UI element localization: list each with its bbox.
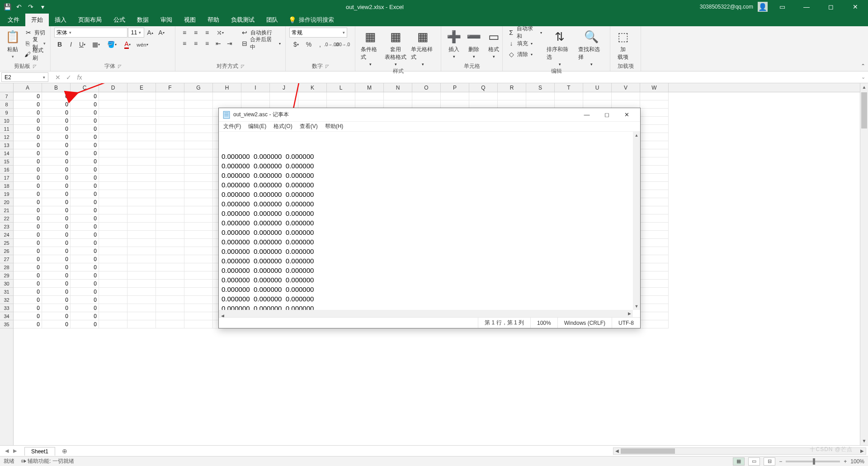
cell[interactable]: [640, 109, 669, 117]
cell[interactable]: 0: [71, 263, 99, 271]
align-right-button[interactable]: ≡: [202, 38, 212, 48]
cell[interactable]: 0: [71, 231, 99, 239]
cell[interactable]: [640, 149, 669, 157]
notepad-menu-help[interactable]: 帮助(H): [322, 122, 346, 131]
cell[interactable]: 0: [14, 320, 42, 328]
cell[interactable]: 0: [14, 198, 42, 206]
sheet-tab-1[interactable]: Sheet1: [24, 447, 55, 456]
notepad-maximize-button[interactable]: ◻: [597, 108, 617, 122]
column-header[interactable]: C: [71, 83, 99, 92]
cell[interactable]: [99, 157, 127, 166]
column-header[interactable]: A: [14, 83, 42, 92]
cell[interactable]: 0: [14, 182, 42, 190]
maximize-button[interactable]: ◻: [821, 0, 841, 14]
cell[interactable]: [640, 296, 669, 304]
font-name-select[interactable]: 宋体▾: [54, 28, 127, 38]
cell[interactable]: [156, 296, 184, 304]
cell[interactable]: 0: [42, 271, 71, 280]
cell[interactable]: [99, 125, 127, 133]
cell[interactable]: 0: [71, 198, 99, 206]
conditional-formatting-button[interactable]: ▦条件格式▾: [359, 28, 382, 67]
cell[interactable]: 0: [71, 141, 99, 149]
cell[interactable]: [184, 280, 213, 288]
cell[interactable]: [184, 117, 213, 125]
cell[interactable]: [526, 92, 555, 100]
column-header[interactable]: D: [99, 83, 127, 92]
vertical-scrollbar[interactable]: ▲ ▼: [860, 83, 868, 445]
cell[interactable]: [156, 239, 184, 247]
cell[interactable]: 0: [14, 157, 42, 166]
cell[interactable]: [99, 263, 127, 271]
cell[interactable]: 0: [71, 157, 99, 166]
tab-home[interactable]: 开始: [25, 14, 49, 26]
row-header[interactable]: 14: [0, 149, 13, 157]
cell[interactable]: 0: [71, 117, 99, 125]
cell[interactable]: [156, 149, 184, 157]
cell[interactable]: [99, 190, 127, 198]
cell[interactable]: [156, 288, 184, 296]
cell[interactable]: [640, 304, 669, 312]
cell[interactable]: 0: [14, 304, 42, 312]
cell[interactable]: [127, 182, 156, 190]
notepad-text-area[interactable]: 0.000000 0.000000 0.000000 0.000000 0.00…: [219, 132, 640, 317]
row-header[interactable]: 25: [0, 239, 13, 247]
cell[interactable]: [127, 166, 156, 174]
paste-button[interactable]: 📋 粘贴 ▾: [4, 28, 22, 60]
collapse-ribbon-icon[interactable]: ⌃: [861, 63, 865, 69]
cell[interactable]: 0: [42, 92, 71, 100]
number-dialog-launcher[interactable]: ◸: [326, 64, 329, 69]
row-header[interactable]: 15: [0, 157, 13, 166]
cell[interactable]: [99, 117, 127, 125]
column-header[interactable]: P: [441, 83, 469, 92]
cell[interactable]: [640, 271, 669, 280]
cell[interactable]: [156, 231, 184, 239]
cancel-formula-icon[interactable]: ✕: [53, 74, 63, 81]
cell[interactable]: [156, 166, 184, 174]
column-header[interactable]: U: [583, 83, 612, 92]
column-header[interactable]: T: [555, 83, 583, 92]
cell[interactable]: 0: [71, 223, 99, 231]
cell[interactable]: 0: [14, 255, 42, 263]
cell[interactable]: [640, 206, 669, 214]
cell[interactable]: [184, 247, 213, 255]
cell[interactable]: 0: [71, 280, 99, 288]
cell[interactable]: [384, 92, 412, 100]
cell[interactable]: 0: [42, 231, 71, 239]
cell[interactable]: 0: [71, 149, 99, 157]
close-button[interactable]: ✕: [845, 0, 865, 14]
cell[interactable]: [184, 223, 213, 231]
cell[interactable]: [127, 190, 156, 198]
cell[interactable]: [184, 296, 213, 304]
cell[interactable]: [127, 174, 156, 182]
cell[interactable]: [99, 182, 127, 190]
ribbon-display-options-icon[interactable]: ▭: [772, 0, 792, 14]
user-avatar-icon[interactable]: 👤: [758, 2, 768, 12]
cell[interactable]: [156, 92, 184, 100]
cell[interactable]: [156, 182, 184, 190]
row-header[interactable]: 20: [0, 198, 13, 206]
font-size-select[interactable]: 11▾: [128, 28, 144, 38]
cell[interactable]: 0: [71, 109, 99, 117]
sheet-nav-next-icon[interactable]: ▶: [11, 448, 19, 454]
row-header[interactable]: 18: [0, 182, 13, 190]
cell[interactable]: 0: [42, 198, 71, 206]
cell[interactable]: [441, 92, 469, 100]
column-header[interactable]: G: [184, 83, 213, 92]
delete-cells-button[interactable]: ➖删除▾: [465, 28, 483, 60]
cell[interactable]: [156, 125, 184, 133]
cell[interactable]: [99, 304, 127, 312]
cell[interactable]: [127, 239, 156, 247]
row-header[interactable]: 34: [0, 312, 13, 320]
cell[interactable]: [99, 280, 127, 288]
cell[interactable]: [156, 263, 184, 271]
cell[interactable]: [99, 133, 127, 141]
fill-button[interactable]: ↓填充▾: [506, 38, 543, 48]
cell[interactable]: [127, 100, 156, 109]
cell[interactable]: [640, 125, 669, 133]
row-header[interactable]: 35: [0, 320, 13, 328]
underline-button[interactable]: U▾: [77, 39, 88, 49]
column-header[interactable]: E: [127, 83, 156, 92]
notepad-hscroll[interactable]: ◀▶: [219, 310, 633, 317]
cell[interactable]: 0: [42, 141, 71, 149]
column-header[interactable]: Q: [469, 83, 498, 92]
